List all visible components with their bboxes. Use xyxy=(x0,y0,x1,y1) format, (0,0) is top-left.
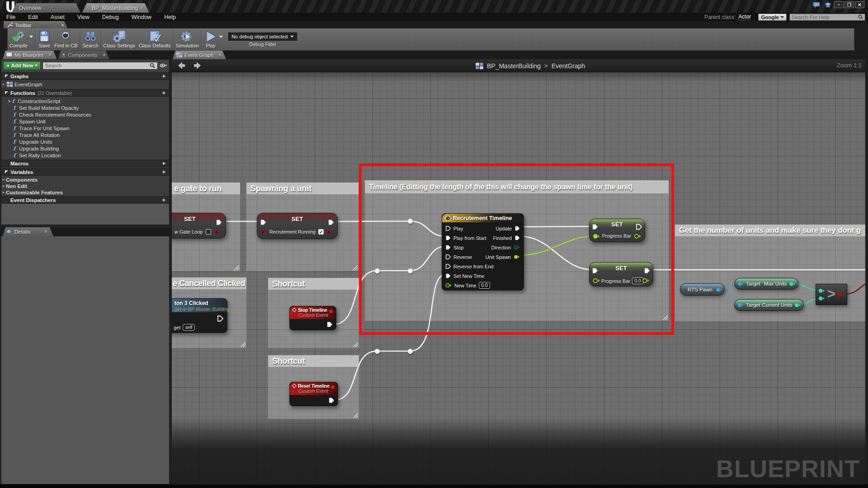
list-item-function[interactable]: f Trace For Unit Spawn xyxy=(1,125,169,131)
list-item-function[interactable]: f Set Rally Location xyxy=(1,152,169,159)
list-item-function[interactable]: f Upgrade Units xyxy=(1,138,169,145)
section-variables[interactable]: Variables + xyxy=(1,168,169,176)
list-item-variable-category[interactable]: ▸ Customizable Features xyxy=(1,189,169,196)
exec-out-pin[interactable] xyxy=(328,219,335,225)
comment-resize-handle[interactable] xyxy=(352,341,358,347)
list-item-function[interactable]: ➤f ConstructionScript xyxy=(1,98,169,104)
compile-options-caret[interactable] xyxy=(29,36,33,38)
bool-pin[interactable] xyxy=(326,230,334,235)
list-item-function[interactable]: f Upgrade Building xyxy=(1,145,169,152)
menu-debug[interactable]: Debug xyxy=(96,14,125,20)
help-search-input[interactable]: Search For Help xyxy=(789,14,865,21)
simulation-button[interactable]: Simulation xyxy=(174,29,201,50)
node-stop-timeline[interactable]: Stop Timeline Custom Event xyxy=(289,306,336,330)
self-value-box[interactable]: self xyxy=(183,324,194,331)
menu-help[interactable]: Help xyxy=(158,14,182,20)
reroute-node[interactable] xyxy=(408,349,413,354)
menu-asset[interactable]: Asset xyxy=(44,14,71,20)
list-item-function[interactable]: f Spawn Unit xyxy=(1,118,169,125)
class-settings-button[interactable]: Class Settings xyxy=(102,29,137,50)
comment-resize-handle[interactable] xyxy=(352,412,358,418)
back-arrow-icon[interactable] xyxy=(176,61,186,70)
list-item-variable-category[interactable]: ▸ Components xyxy=(1,176,169,183)
node-get-current-units[interactable]: Target Current Units xyxy=(734,299,804,311)
bool-checkbox-checked[interactable]: ✓ xyxy=(318,229,324,235)
delegate-pin[interactable] xyxy=(329,309,333,314)
class-defaults-button[interactable]: Class Defaults xyxy=(137,29,173,50)
bool-pin[interactable] xyxy=(260,230,268,235)
node-greater-than[interactable]: > xyxy=(816,284,847,305)
add-graph-icon[interactable]: + xyxy=(162,73,165,80)
object-pin[interactable] xyxy=(737,303,744,308)
object-pin[interactable] xyxy=(737,282,744,286)
int-pin[interactable] xyxy=(818,296,825,301)
node-button3-clicked-event[interactable]: ton 3 Clicked get is BP Master Building … xyxy=(172,298,227,333)
exec-out-pin[interactable] xyxy=(216,219,222,225)
int-pin[interactable] xyxy=(818,288,825,293)
add-function-icon[interactable]: + xyxy=(162,89,165,96)
expander-icon[interactable]: ▸ xyxy=(1,190,6,194)
list-item-function[interactable]: f Set Build Material Opacity xyxy=(1,104,169,111)
menu-window[interactable]: Window xyxy=(125,14,158,20)
minimize-button[interactable]: – xyxy=(834,1,844,8)
tab-event-graph[interactable]: Event Graph × xyxy=(173,51,226,59)
window-tab-bp-masterbuilding[interactable]: BP_MasterBuilding × xyxy=(82,3,149,13)
object-pin[interactable] xyxy=(716,287,722,292)
menu-view[interactable]: View xyxy=(71,14,96,20)
play-options-caret[interactable] xyxy=(219,36,223,38)
int-pin[interactable] xyxy=(794,303,801,308)
close-tab-icon[interactable]: × xyxy=(48,53,52,57)
delegate-pin[interactable] xyxy=(330,385,335,389)
list-item-function[interactable]: f Trace All Rotation xyxy=(1,131,169,138)
close-tab-icon[interactable]: × xyxy=(219,53,222,57)
search-button[interactable]: Search xyxy=(81,29,100,50)
window-tab-overview[interactable]: Overview xyxy=(12,3,80,13)
close-tab-icon[interactable]: × xyxy=(44,230,47,234)
bool-out-pin[interactable] xyxy=(836,292,843,297)
play-button[interactable]: Play xyxy=(202,29,219,50)
add-new-button[interactable]: + Add New xyxy=(3,61,41,70)
exec-out-pin[interactable] xyxy=(217,315,224,322)
node-set-gate-loop[interactable]: SET w Gate Loop xyxy=(172,213,226,239)
exec-in-pin[interactable] xyxy=(260,219,267,225)
menu-file[interactable]: File xyxy=(0,14,22,20)
list-item-function[interactable]: f Check Recrutement Resources xyxy=(1,111,169,118)
close-button[interactable]: ✕ xyxy=(855,1,864,8)
exec-out-pin[interactable] xyxy=(328,397,335,404)
section-graphs[interactable]: Graphs + xyxy=(1,72,169,80)
expander-icon[interactable]: ▸ xyxy=(1,184,6,188)
parent-class-link[interactable]: Actor xyxy=(738,14,751,20)
exec-out-pin[interactable] xyxy=(326,321,333,328)
comment-resize-handle[interactable] xyxy=(352,264,358,270)
tab-components[interactable]: Components × xyxy=(58,51,109,59)
breadcrumb-root[interactable]: BP_MasterBuilding xyxy=(487,62,541,70)
bool-pin[interactable] xyxy=(214,230,222,235)
close-tab-icon[interactable]: × xyxy=(61,23,64,28)
blueprint-search-input[interactable]: Search xyxy=(42,62,158,70)
section-event-dispatchers[interactable]: Event Dispatchers + xyxy=(1,196,169,204)
int-pin[interactable] xyxy=(789,282,796,286)
graph-canvas[interactable]: BLUEPRINT e gate to run Spawning a unit … xyxy=(172,72,865,485)
node-get-rts-pawn[interactable]: RTS Pawn xyxy=(680,283,725,296)
feedback-bubble-icon[interactable] xyxy=(813,2,820,9)
expander-icon[interactable]: ▸ xyxy=(1,82,6,86)
breadcrumb-current[interactable]: EventGraph xyxy=(552,62,585,70)
tutorial-cap-icon[interactable] xyxy=(824,2,832,9)
debug-object-dropdown[interactable]: No debug object selected xyxy=(228,33,297,41)
forward-arrow-icon[interactable] xyxy=(193,61,203,70)
list-item-eventgraph[interactable]: ▸ EventGraph xyxy=(1,81,169,88)
section-functions[interactable]: Functions (21 Overridable) + xyxy=(1,89,169,97)
find-in-cb-button[interactable]: Find in CB xyxy=(52,29,79,50)
node-set-recrutement-running[interactable]: SET Recrutement Running ✓ xyxy=(257,213,338,239)
comment-resize-handle[interactable] xyxy=(233,264,239,270)
compile-button[interactable]: Compile xyxy=(8,29,29,50)
add-macro-icon[interactable]: + xyxy=(162,160,165,167)
visibility-eye-icon[interactable] xyxy=(160,63,167,68)
search-engine-dropdown[interactable]: Google xyxy=(758,14,787,21)
expander-icon[interactable]: ▸ xyxy=(1,178,6,182)
section-macros[interactable]: Macros + xyxy=(1,160,169,167)
save-button[interactable]: Save xyxy=(36,29,52,50)
close-tab-icon[interactable]: × xyxy=(140,6,143,10)
node-get-max-units[interactable]: Target Max Units xyxy=(734,278,798,290)
tab-details[interactable]: i Details × xyxy=(3,227,53,236)
